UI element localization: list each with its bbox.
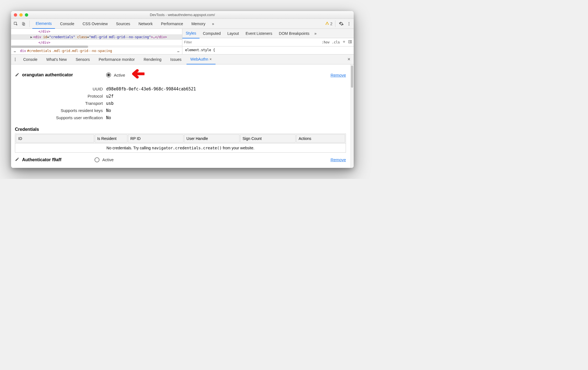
tab-event-listeners[interactable]: Event Listeners	[242, 28, 276, 38]
svg-point-9	[15, 60, 16, 61]
authenticator-properties: UUIDd98e08fb-0efc-43e6-968c-99844cab6521…	[15, 83, 346, 124]
drawer-tab-rendering[interactable]: Rendering	[140, 54, 166, 64]
breadcrumb-class[interactable]: .mdl-grid.mdl-grid--no-spacing	[52, 49, 112, 53]
drawer-tab-console[interactable]: Console	[19, 54, 41, 64]
tab-css-overview[interactable]: CSS Overview	[79, 19, 111, 29]
svg-point-4	[349, 23, 350, 24]
vertical-scrollbar-track[interactable]	[350, 64, 354, 168]
svg-point-3	[349, 22, 350, 23]
prop-value: No	[106, 115, 111, 120]
drawer-tab-bar: Console What's New Sensors Performance m…	[11, 54, 354, 64]
tab-network[interactable]: Network	[135, 19, 156, 29]
warning-icon	[325, 21, 329, 26]
drawer-kebab-icon[interactable]	[12, 56, 18, 62]
authenticator-block: orangutan authenticator Active Remove UU…	[15, 64, 350, 153]
cls-toggle[interactable]: .cls	[332, 40, 340, 44]
element-style-block[interactable]: element.style {	[182, 46, 354, 54]
window-title: DevTools - webauthndemo.appspot.com/	[14, 13, 351, 17]
col-rpid: RP ID	[128, 134, 183, 143]
hov-toggle[interactable]: :hov	[322, 40, 330, 44]
authenticator-block: Authenticator f9aff Active Remove	[15, 153, 350, 164]
prop-key: Supports user verification	[15, 115, 106, 120]
tab-more[interactable]: »	[313, 28, 318, 38]
prop-value: usb	[106, 101, 114, 106]
tab-elements[interactable]: Elements	[32, 19, 55, 29]
titlebar: DevTools - webauthndemo.appspot.com/	[11, 11, 354, 19]
breadcrumb-ellipsis[interactable]: …	[14, 49, 16, 53]
settings-gear-icon[interactable]	[338, 21, 344, 27]
styles-pane: Styles Computed Layout Event Listeners D…	[182, 29, 354, 54]
credentials-heading: Credentials	[15, 124, 346, 134]
dom-line[interactable]: </div>	[11, 29, 182, 34]
kebab-menu-icon[interactable]	[346, 21, 352, 27]
prop-value: d98e08fb-0efc-43e6-968c-99844cab6521	[106, 87, 196, 92]
vertical-scrollbar-thumb[interactable]	[351, 66, 353, 88]
scrollbar-thumb[interactable]	[11, 46, 88, 48]
tab-layout[interactable]: Layout	[224, 28, 242, 38]
traffic-lights	[14, 13, 28, 17]
credentials-table: ID Is Resident RP ID User Handle Sign Co…	[15, 134, 346, 144]
tab-more[interactable]: »	[210, 19, 216, 29]
main-tab-bar: Elements Console CSS Overview Sources Ne…	[11, 19, 354, 29]
dom-line-selected[interactable]: ▶<div id="credentials" class="mdl-grid m…	[11, 34, 182, 40]
styles-filter-row: :hov .cls	[182, 38, 354, 46]
svg-point-8	[15, 59, 16, 60]
prop-key: Protocol	[15, 94, 106, 99]
authenticator-header: Authenticator f9aff Active Remove	[15, 155, 346, 164]
credentials-empty-message: No credentials. Try calling navigator.cr…	[15, 144, 346, 153]
tab-memory[interactable]: Memory	[188, 19, 209, 29]
close-window-button[interactable]	[14, 13, 17, 17]
tab-console[interactable]: Console	[57, 19, 77, 29]
dom-breadcrumb[interactable]: … div#credentials.mdl-grid.mdl-grid--no-…	[11, 48, 182, 54]
new-style-rule-icon[interactable]	[342, 40, 346, 45]
styles-tab-bar: Styles Computed Layout Event Listeners D…	[182, 29, 354, 38]
warnings-badge[interactable]: 2	[325, 21, 332, 26]
drawer-tab-webauthn[interactable]: WebAuthn×	[187, 54, 216, 64]
drawer-tab-issues[interactable]: Issues	[166, 54, 185, 64]
table-header-row: ID Is Resident RP ID User Handle Sign Co…	[16, 134, 345, 143]
minimize-window-button[interactable]	[19, 13, 23, 17]
active-label: Active	[114, 73, 125, 77]
authenticator-name: orangutan authenticator	[22, 72, 73, 77]
active-radio[interactable]	[106, 72, 111, 77]
webauthn-pane: orangutan authenticator Active Remove UU…	[11, 64, 354, 168]
styles-filter-input[interactable]	[184, 39, 319, 45]
close-tab-icon[interactable]: ×	[209, 57, 212, 61]
col-resident: Is Resident	[95, 134, 127, 143]
tab-styles[interactable]: Styles	[182, 28, 200, 38]
remove-link[interactable]: Remove	[330, 157, 346, 162]
remove-link[interactable]: Remove	[330, 73, 346, 77]
zoom-window-button[interactable]	[25, 13, 28, 17]
active-radio[interactable]	[95, 157, 99, 162]
drawer-close-icon[interactable]: ×	[347, 56, 350, 62]
tab-performance[interactable]: Performance	[158, 19, 186, 29]
dom-tree[interactable]: </div> ▶<div id="credentials" class="mdl…	[11, 29, 182, 54]
prop-value: No	[106, 108, 111, 113]
col-actions: Actions	[296, 134, 345, 143]
breadcrumb-tag[interactable]: div	[20, 49, 26, 53]
toggle-device-icon[interactable]	[20, 21, 27, 27]
toggle-computed-sidebar-icon[interactable]	[348, 40, 352, 45]
separator	[335, 20, 335, 27]
drawer-tab-perfmon[interactable]: Performance monitor	[95, 54, 139, 64]
edit-icon[interactable]	[15, 157, 19, 162]
breadcrumb-id[interactable]: #credentials	[27, 49, 51, 53]
tab-computed[interactable]: Computed	[200, 28, 224, 38]
inspect-element-icon[interactable]	[13, 21, 19, 27]
edit-icon[interactable]	[15, 72, 19, 78]
devtools-window: DevTools - webauthndemo.appspot.com/ Ele…	[11, 11, 354, 168]
tab-sources[interactable]: Sources	[113, 19, 133, 29]
svg-point-7	[15, 58, 16, 59]
authenticator-header: orangutan authenticator Active Remove	[15, 67, 346, 83]
breadcrumb-ellipsis[interactable]: …	[177, 49, 179, 53]
annotation-arrow-icon	[128, 69, 145, 81]
prop-key: Transport	[15, 101, 106, 106]
prop-key: UUID	[15, 87, 106, 92]
dom-line[interactable]: </div>	[11, 40, 182, 45]
tab-dom-breakpoints[interactable]: DOM Breakpoints	[275, 28, 313, 38]
warning-count: 2	[330, 22, 332, 26]
horizontal-scrollbar[interactable]	[11, 45, 182, 48]
drawer-tab-whatsnew[interactable]: What's New	[42, 54, 70, 64]
col-id: ID	[16, 134, 94, 143]
drawer-tab-sensors[interactable]: Sensors	[72, 54, 94, 64]
